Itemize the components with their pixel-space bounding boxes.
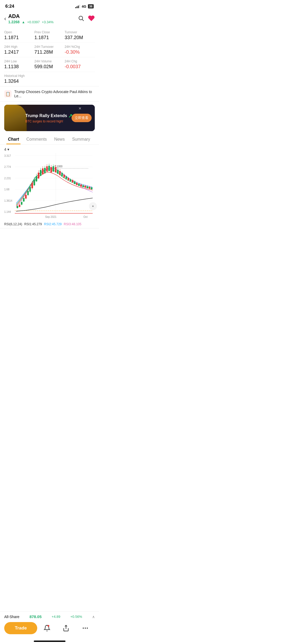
current-price: 1.2268 — [8, 20, 20, 24]
svg-rect-40 — [38, 173, 39, 178]
stat-24h-low: 24H Low 1.1138 — [4, 59, 34, 70]
page-header: ‹ ADA 1.2268 ▲ +0.0397 +3.34% — [0, 11, 99, 27]
banner-person-image — [4, 105, 27, 131]
svg-rect-60 — [59, 171, 61, 175]
candlestick-chart: 3.317 2.774 2.231 1.68 1.3614 1.144 3.10… — [0, 153, 99, 220]
svg-rect-68 — [68, 178, 69, 180]
svg-rect-42 — [40, 170, 41, 176]
status-icons: 4G 38 — [75, 4, 94, 8]
chart-scroll-button[interactable] — [89, 202, 97, 210]
svg-rect-76 — [76, 183, 78, 185]
svg-rect-54 — [53, 166, 54, 172]
stat-24h-high: 24H High 1.2417 — [4, 45, 34, 55]
rsi-value-2: RSI2:45.729 — [44, 222, 62, 226]
stats-row-2: 24H High 1.2417 24H Turnover 711.28M 24H… — [4, 43, 95, 57]
stat-historical-high: Historical High 1.3264 — [4, 74, 95, 84]
svg-text:1.144: 1.144 — [4, 210, 11, 213]
price-change-abs: +0.0397 — [27, 20, 40, 24]
chevron-down-icon: ▾ — [7, 147, 9, 151]
tab-bar: Chart Comments News Summary — [0, 134, 99, 145]
svg-rect-84 — [84, 186, 86, 188]
timeframe-selector[interactable]: 4 ▾ — [0, 147, 99, 153]
svg-rect-80 — [80, 185, 82, 187]
banner-text-block: Trump Rally Extends ↗ BTC surges to reco… — [25, 113, 73, 123]
rsi-value-1: RSI1:45.279 — [24, 222, 42, 226]
rsi-label: RSI(6,12,24) — [4, 222, 22, 226]
svg-rect-82 — [82, 185, 84, 187]
stats-row-1: Open 1.1871 Prev Close 1.1871 Turnover 3… — [4, 28, 95, 43]
status-time: 6:24 — [5, 4, 14, 9]
price-change-pct: +3.34% — [42, 20, 53, 24]
svg-rect-44 — [42, 168, 44, 174]
tab-comments[interactable]: Comments — [23, 134, 50, 144]
stats-row-4: Historical High 1.3264 — [4, 72, 95, 86]
status-bar: 6:24 4G 38 — [0, 0, 99, 11]
network-label: 4G — [82, 4, 86, 8]
svg-text:Sep 2021: Sep 2021 — [45, 215, 56, 218]
svg-rect-34 — [31, 183, 33, 188]
svg-point-93 — [92, 205, 93, 207]
svg-text:3.317: 3.317 — [4, 154, 11, 157]
svg-rect-26 — [23, 198, 25, 201]
svg-rect-70 — [70, 179, 71, 181]
svg-rect-24 — [21, 202, 22, 205]
svg-rect-50 — [48, 166, 50, 171]
back-button[interactable]: ‹ — [4, 15, 6, 22]
stat-24h-turnover: 24H Turnover 711.28M — [34, 45, 64, 55]
svg-rect-32 — [29, 187, 31, 192]
svg-text:2.231: 2.231 — [4, 177, 11, 180]
price-row: 1.2268 ▲ +0.0397 +3.34% — [8, 20, 78, 24]
svg-text:1.3614: 1.3614 — [4, 199, 12, 202]
timeframe-button[interactable]: 4 ▾ — [4, 147, 9, 151]
stat-turnover: Turnover 337.20M — [65, 30, 95, 40]
search-button[interactable] — [78, 15, 84, 22]
svg-rect-72 — [72, 180, 73, 182]
svg-rect-66 — [65, 176, 67, 179]
banner-subtitle: BTC surges to record high! — [25, 119, 73, 123]
chart-section: 4 ▾ 3.317 2.774 2.231 1.68 1.3614 1.144 — [0, 145, 99, 228]
svg-rect-46 — [44, 168, 46, 173]
stat-24h-pct-chg: 24H %Chg -0.30% — [65, 45, 95, 55]
svg-rect-90 — [91, 187, 92, 189]
svg-text:Oct: Oct — [83, 215, 88, 218]
battery-indicator: 38 — [88, 4, 94, 8]
stat-24h-volume: 24H Volume 599.02M — [34, 59, 64, 70]
header-actions — [78, 15, 95, 23]
svg-rect-78 — [78, 184, 80, 186]
svg-rect-52 — [50, 167, 52, 172]
up-arrow-icon: ▲ — [22, 20, 25, 24]
svg-rect-28 — [25, 195, 27, 199]
svg-rect-64 — [63, 175, 65, 178]
ticker-info: ADA 1.2268 ▲ +0.0397 +3.34% — [6, 13, 78, 24]
svg-rect-58 — [57, 170, 59, 174]
svg-rect-30 — [27, 191, 29, 195]
stat-prev-close: Prev Close 1.1871 — [34, 30, 64, 40]
svg-rect-36 — [34, 180, 35, 185]
svg-rect-20 — [17, 206, 18, 208]
svg-text:2.774: 2.774 — [4, 165, 11, 168]
chart-svg: 3.317 2.774 2.231 1.68 1.3614 1.144 3.10… — [4, 153, 95, 219]
tab-summary[interactable]: Summary — [68, 134, 94, 144]
stats-section: Open 1.1871 Prev Close 1.1871 Turnover 3… — [0, 27, 99, 86]
svg-rect-86 — [87, 186, 88, 188]
news-ticker[interactable]: 📋 Trump Chooses Crypto Advocate Paul Atk… — [0, 86, 99, 102]
news-icon: 📋 — [4, 90, 12, 98]
rsi-indicator-bar: RSI(6,12,24) RSI1:45.279 RSI2:45.729 RSI… — [0, 220, 99, 228]
ticker-symbol: ADA — [8, 13, 78, 19]
svg-rect-88 — [89, 187, 90, 189]
svg-rect-56 — [55, 167, 56, 172]
promo-banner[interactable]: Trump Rally Extends ↗ BTC surges to reco… — [4, 105, 95, 131]
svg-rect-38 — [36, 176, 37, 181]
stat-24h-chg: 24H Chg -0.0037 — [65, 59, 95, 70]
banner-title: Trump Rally Extends — [25, 113, 67, 118]
tab-chart[interactable]: Chart — [4, 134, 23, 144]
svg-rect-74 — [74, 181, 76, 184]
favorite-button[interactable] — [88, 15, 95, 23]
svg-rect-62 — [61, 173, 63, 176]
banner-close-button[interactable]: ✕ — [78, 106, 82, 111]
tab-news[interactable]: News — [50, 134, 68, 144]
banner-cta-button[interactable]: 立即查看 — [72, 114, 92, 122]
svg-point-0 — [79, 16, 83, 20]
banner-highlight: record high! — [46, 119, 63, 123]
svg-rect-48 — [46, 166, 48, 172]
